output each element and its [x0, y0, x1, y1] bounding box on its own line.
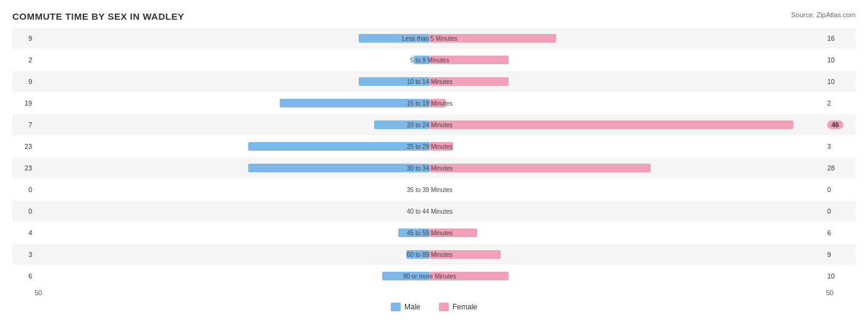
- female-value: 16: [825, 35, 856, 42]
- legend-female-box: [439, 303, 449, 311]
- male-bar: [398, 229, 430, 237]
- dual-bar: 40 to 44 Minutes: [35, 201, 825, 221]
- male-bar: [248, 164, 430, 172]
- table-row: 720 to 24 Minutes46: [12, 114, 856, 135]
- male-bar-half: [35, 93, 430, 113]
- dual-bar: 60 to 89 Minutes: [35, 245, 825, 264]
- male-bar: [359, 77, 430, 86]
- female-value: 10: [825, 56, 856, 64]
- male-value: 0: [12, 186, 35, 193]
- male-value: 19: [12, 99, 35, 107]
- female-bar: [430, 250, 501, 259]
- male-value: 0: [12, 208, 35, 215]
- female-value: 0: [825, 208, 856, 215]
- table-row: 445 to 59 Minutes6: [12, 222, 856, 243]
- male-bar: [248, 142, 430, 151]
- axis-left: 50: [35, 289, 42, 296]
- axis-labels: 50 50: [12, 289, 856, 296]
- male-bar-half: [35, 50, 430, 70]
- legend: Male Female: [12, 303, 856, 311]
- table-row: 9Less than 5 Minutes16: [12, 28, 856, 49]
- source-label: Source: ZipAtlas.com: [791, 11, 856, 19]
- dual-bar: 15 to 19 Minutes: [35, 93, 825, 113]
- table-row: 690 or more Minutes10: [12, 266, 856, 287]
- male-bar: [382, 272, 430, 280]
- female-bar-half: [430, 115, 825, 135]
- female-bar: [430, 56, 509, 64]
- male-bar-half: [35, 158, 430, 178]
- legend-male: Male: [391, 303, 420, 311]
- female-value: 6: [825, 229, 856, 237]
- legend-female-label: Female: [453, 303, 477, 311]
- male-bar: [406, 250, 430, 259]
- female-value: 10: [825, 272, 856, 280]
- male-value: 23: [12, 164, 35, 172]
- male-value: 6: [12, 272, 35, 280]
- table-row: 1915 to 19 Minutes2: [12, 93, 856, 114]
- female-bar-half: [430, 201, 825, 221]
- male-value: 4: [12, 229, 35, 237]
- female-bar-half: [430, 223, 825, 243]
- dual-bar: 10 to 14 Minutes: [35, 72, 825, 91]
- female-bar: [430, 120, 793, 129]
- male-bar: [414, 56, 430, 64]
- male-bar-half: [35, 266, 430, 286]
- table-row: 035 to 39 Minutes0: [12, 179, 856, 200]
- female-bar-half: [430, 50, 825, 70]
- dual-bar: 90 or more Minutes: [35, 266, 825, 286]
- chart-container: COMMUTE TIME BY SEX IN WADLEY Source: Zi…: [0, 0, 868, 323]
- female-bar: [430, 229, 477, 237]
- male-bar: [374, 120, 430, 129]
- male-bar-half: [35, 72, 430, 91]
- male-value: 9: [12, 78, 35, 85]
- table-row: 040 to 44 Minutes0: [12, 201, 856, 222]
- legend-female: Female: [439, 303, 477, 311]
- female-bar: [430, 99, 446, 107]
- female-bar: [430, 272, 509, 280]
- female-value: 28: [825, 164, 856, 172]
- table-row: 2330 to 34 Minutes28: [12, 157, 856, 178]
- male-value: 9: [12, 35, 35, 42]
- table-row: 910 to 14 Minutes10: [12, 71, 856, 92]
- dual-bar: Less than 5 Minutes: [35, 28, 825, 48]
- female-bar-half: [430, 28, 825, 48]
- male-bar-half: [35, 180, 430, 199]
- axis-right: 50: [826, 289, 833, 296]
- female-bar-half: [430, 158, 825, 178]
- female-value: 2: [825, 99, 856, 107]
- female-value: 46: [825, 121, 856, 128]
- legend-male-box: [391, 303, 401, 311]
- male-value: 7: [12, 121, 35, 128]
- male-value: 2: [12, 56, 35, 64]
- male-bar-half: [35, 201, 430, 221]
- male-bar-half: [35, 136, 430, 156]
- table-row: 25 to 9 Minutes10: [12, 49, 856, 70]
- female-bar: [430, 142, 453, 151]
- male-bar-half: [35, 223, 430, 243]
- female-bar-half: [430, 245, 825, 264]
- dual-bar: 45 to 59 Minutes: [35, 223, 825, 243]
- male-bar: [359, 34, 430, 43]
- female-bar-half: [430, 136, 825, 156]
- male-bar-half: [35, 245, 430, 264]
- female-bar: [430, 77, 509, 86]
- male-bar: [280, 99, 430, 107]
- rows-area: 9Less than 5 Minutes1625 to 9 Minutes109…: [12, 28, 856, 287]
- female-bar: [430, 164, 651, 172]
- legend-male-label: Male: [404, 303, 420, 311]
- dual-bar: 20 to 24 Minutes: [35, 115, 825, 135]
- female-bar: [430, 34, 556, 43]
- table-row: 360 to 89 Minutes9: [12, 244, 856, 265]
- dual-bar: 25 to 29 Minutes: [35, 136, 825, 156]
- chart-title: COMMUTE TIME BY SEX IN WADLEY: [12, 11, 856, 22]
- female-bar-half: [430, 266, 825, 286]
- female-value: 10: [825, 78, 856, 85]
- table-row: 2325 to 29 Minutes3: [12, 136, 856, 157]
- dual-bar: 5 to 9 Minutes: [35, 50, 825, 70]
- dual-bar: 35 to 39 Minutes: [35, 180, 825, 199]
- female-value: 3: [825, 143, 856, 150]
- female-value: 0: [825, 186, 856, 193]
- male-bar-half: [35, 28, 430, 48]
- female-value: 9: [825, 251, 856, 258]
- male-bar-half: [35, 115, 430, 135]
